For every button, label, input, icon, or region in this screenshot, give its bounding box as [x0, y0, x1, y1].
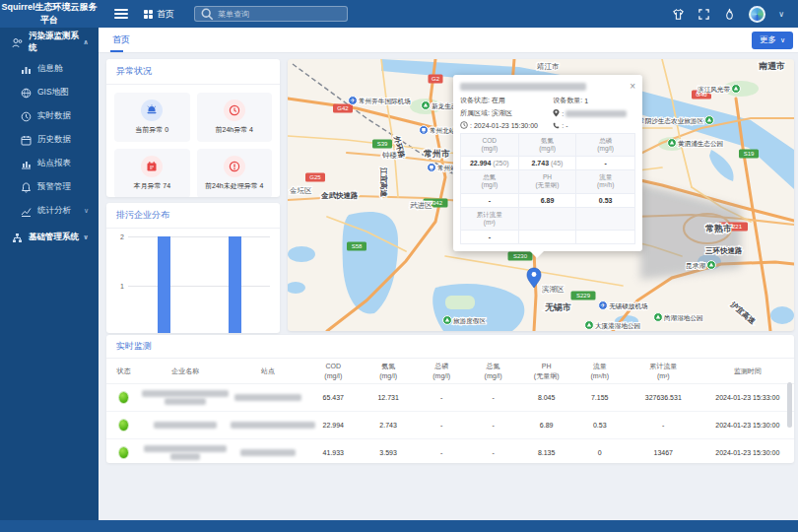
sidebar-menu: 污染源监测系统∧信息舱GIS地图实时数据历史数据站点报表预警管理统计分析∨基础管…: [0, 28, 99, 532]
info-cabin-icon: [21, 64, 32, 75]
poi-park[interactable]: 昆承湖: [686, 261, 715, 270]
more-caret-icon: ∨: [780, 36, 785, 44]
city-label: 无锡市: [544, 302, 571, 312]
monitor-cell: -: [416, 449, 467, 456]
poi-park[interactable]: 滨江风光带: [698, 85, 740, 94]
user-menu-caret-icon[interactable]: ∨: [778, 10, 784, 19]
monitor-system-icon: [12, 37, 23, 48]
monitor-cell: 8.045: [519, 394, 574, 401]
menu-search[interactable]: [194, 6, 348, 22]
svg-text:常阴沙生态农业旅游区: 常阴沙生态农业旅游区: [638, 117, 703, 125]
user-avatar[interactable]: [749, 6, 765, 23]
chart-bar-滨湖区[interactable]: [229, 236, 241, 333]
more-button[interactable]: 更多∨: [752, 32, 793, 49]
sidebar-item-statistics[interactable]: 统计分析∨: [0, 199, 99, 223]
abnormal-card[interactable]: 当前异常 0: [114, 93, 190, 142]
monitor-col-header: PH(无量纲): [519, 362, 574, 379]
sidebar-item-site-report[interactable]: 站点报表: [0, 152, 99, 175]
clock-icon: [460, 121, 468, 129]
sidebar-item-warning-manage[interactable]: 预警管理: [0, 175, 99, 199]
poi-park[interactable]: 常阴沙生态农业旅游区: [638, 116, 713, 125]
poi-park[interactable]: 大溪港湿地公园: [585, 321, 641, 330]
monitor-table-row[interactable]: 65.43712.731--8.0457.155327636.5312024-0…: [106, 384, 794, 412]
calendar-alert-icon: [141, 156, 163, 177]
address-redacted: [565, 110, 627, 117]
monitor-cell: 7.155: [574, 394, 626, 401]
popup-table-cell: COD(mg/l): [461, 134, 519, 157]
monitor-cell: 2024-01-23 15:30:00: [701, 422, 794, 429]
monitor-col-header: 企业名称: [141, 366, 231, 375]
chart-ytick: 0: [114, 332, 124, 334]
monitor-col-header: 监测时间: [701, 366, 794, 375]
chart-bar-无锡市[interactable]: [158, 236, 170, 333]
flame-icon[interactable]: [723, 8, 736, 21]
popup-table-cell: 总氮(mg/l): [461, 170, 519, 193]
fullscreen-icon[interactable]: [698, 8, 710, 21]
sidebar-item-label: 统计分析: [37, 205, 71, 217]
monitor-col-header: 站点: [231, 366, 306, 375]
app: Squirrel生态环境云服务平台 首页 ∨ 污染源监测系统∧信息舱GIS地图实…: [0, 0, 798, 532]
poi-park[interactable]: 尚湖湿地公园: [654, 313, 703, 322]
poi-station[interactable]: 常州北站: [420, 126, 456, 135]
theme-skin-icon[interactable]: [672, 8, 685, 21]
sidebar-item-monitor-system[interactable]: 污染源监测系统∧: [0, 28, 99, 57]
svg-text:G25: G25: [309, 174, 321, 180]
sidebar-item-realtime-data[interactable]: 实时数据: [0, 104, 99, 128]
monitor-cell: 13467: [626, 449, 701, 456]
search-input[interactable]: [218, 10, 341, 19]
sidebar-item-history-data[interactable]: 历史数据: [0, 128, 99, 152]
popup-table-row: 总氮(mg/l)PH(无量纲)流量(m³/h): [461, 170, 634, 193]
abnormal-card-label: 前24h异常 4: [215, 125, 253, 135]
popup-title-redacted: [460, 83, 586, 91]
abnormal-card[interactable]: 本月异常 74: [114, 149, 190, 197]
popup-close-icon[interactable]: ×: [630, 82, 635, 92]
abnormal-card[interactable]: 前24h未处理异常 4: [197, 149, 273, 197]
sidebar-item-info-cabin[interactable]: 信息舱: [0, 57, 99, 81]
station-marker-pin[interactable]: [527, 268, 541, 288]
popup-table-cell: [519, 208, 577, 231]
city-label: 武进区: [410, 201, 432, 210]
sidebar-item-base-system[interactable]: 基础管理系统∨: [0, 223, 99, 252]
popup-table-row: -6.890.53: [461, 194, 634, 208]
alert-clock-icon: [224, 100, 245, 121]
sidebar-item-label: 信息舱: [37, 63, 63, 75]
monitor-cell: 65.437: [305, 394, 361, 401]
hamburger-menu-icon[interactable]: [114, 9, 128, 19]
popup-table-cell: 流量(m³/h): [576, 170, 634, 193]
enterprise-distribution-panel: 排污企业分布 012无锡市滨湖区: [106, 203, 280, 333]
abnormal-card-label: 本月异常 74: [133, 181, 170, 191]
poi-airport[interactable]: ✈常州奔牛国际机场: [349, 97, 411, 105]
svg-text:G42: G42: [337, 105, 349, 111]
sidebar-item-label: 实时数据: [37, 110, 71, 122]
breadcrumb[interactable]: 首页: [144, 8, 174, 21]
tab-home[interactable]: 首页: [112, 28, 130, 52]
popup-table-cell: 22.994 (250): [461, 157, 519, 170]
table-scrollbar[interactable]: [787, 382, 792, 428]
enterprise-name-redacted: [141, 389, 231, 406]
monitor-col-header: COD(mg/l): [305, 362, 361, 379]
chart-gridline: [128, 236, 270, 237]
monitor-table-row[interactable]: 22.9942.743--6.890.53-2024-01-23 15:30:0…: [106, 412, 794, 439]
poi-airport[interactable]: ✈无锡硕放机场: [599, 301, 648, 310]
marker-district-label: 滨湖区: [542, 285, 565, 294]
monitor-table-row[interactable]: 41.9333.593--8.1350134672024-01-23 15:30…: [106, 439, 794, 463]
gis-map[interactable]: G42S39G2S48G40S19S38G4221S58S342S230S229…: [288, 59, 794, 331]
poi-park[interactable]: 旅游度假区: [443, 316, 487, 325]
popup-table-cell: -: [461, 231, 519, 244]
monitor-cell: -: [416, 422, 467, 429]
svg-text:黄泗浦生态公园: 黄泗浦生态公园: [678, 140, 723, 148]
monitor-cell: -: [626, 422, 701, 429]
svg-text:尚湖湿地公园: 尚湖湿地公园: [664, 314, 703, 322]
popup-table-cell: [576, 208, 634, 231]
abnormal-card[interactable]: 前24h异常 4: [197, 93, 273, 142]
popup-metrics-table: COD(mg/l)氨氮(mg/l)总磷(mg/l)22.994 (250)2.7…: [460, 133, 635, 244]
svg-text:无锡硕放机场: 无锡硕放机场: [609, 302, 648, 310]
statistics-icon: [21, 206, 32, 217]
popup-table-cell: -: [461, 194, 519, 208]
status-ok-dot: [119, 392, 128, 403]
city-label: 南通市: [759, 61, 785, 71]
sidebar-item-gis-map[interactable]: GIS地图: [0, 81, 99, 104]
breadcrumb-label: 首页: [157, 8, 174, 21]
abnormal-card-label: 当前异常 0: [135, 125, 168, 135]
region-value: 滨湖区: [492, 108, 512, 118]
